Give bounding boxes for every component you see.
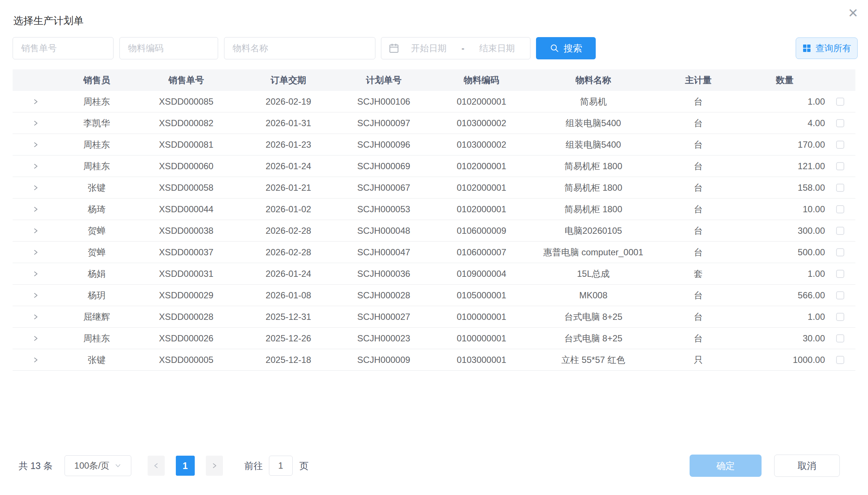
expand-row-icon[interactable] <box>32 271 39 277</box>
cell-material-code: 0102000001 <box>428 183 535 193</box>
cell-delivery-date: 2025-12-31 <box>238 312 339 322</box>
cell-salesperson: 张键 <box>59 354 135 366</box>
material-name-input[interactable] <box>224 37 375 59</box>
date-separator: - <box>461 43 464 53</box>
column-header-delivery-date: 订单交期 <box>238 74 339 86</box>
cell-plan-no: SCJH000023 <box>339 333 428 344</box>
expand-row-icon[interactable] <box>32 184 39 191</box>
table-row: 周桂东 XSDD000026 2025-12-26 SCJH000023 010… <box>13 328 855 349</box>
cell-plan-no: SCJH000096 <box>339 140 428 150</box>
row-checkbox[interactable] <box>836 270 844 278</box>
current-page-button[interactable]: 1 <box>176 456 195 476</box>
cell-material-name: 台式电脑 8+25 <box>535 311 652 323</box>
expand-row-icon[interactable] <box>32 206 39 213</box>
goto-page-input[interactable] <box>269 456 293 476</box>
cell-sales-order-no: XSDD000060 <box>135 161 238 171</box>
cell-unit: 台 <box>652 246 744 258</box>
cell-sales-order-no: XSDD000037 <box>135 247 238 258</box>
page-size-select[interactable]: 100条/页 <box>65 455 131 476</box>
table-row: 张键 XSDD000058 2026-01-21 SCJH000067 0102… <box>13 177 855 199</box>
cell-delivery-date: 2026-01-31 <box>238 118 339 128</box>
row-checkbox[interactable] <box>836 184 844 192</box>
close-icon[interactable]: ✕ <box>848 7 859 19</box>
cell-material-code: 0102000001 <box>428 96 535 107</box>
cell-material-name: 简易机柜 1800 <box>535 160 652 172</box>
cell-plan-no: SCJH000036 <box>339 269 428 279</box>
row-checkbox[interactable] <box>836 205 844 213</box>
cell-salesperson: 杨玥 <box>59 289 135 301</box>
cell-delivery-date: 2025-12-18 <box>238 355 339 365</box>
row-checkbox[interactable] <box>836 291 844 299</box>
row-checkbox[interactable] <box>836 141 844 149</box>
next-page-button[interactable] <box>206 456 223 476</box>
cell-sales-order-no: XSDD000044 <box>135 204 238 214</box>
cell-material-name: 台式电脑 8+25 <box>535 332 652 344</box>
cell-material-name: 简易机柜 1800 <box>535 182 652 194</box>
prev-page-button[interactable] <box>148 456 165 476</box>
row-checkbox[interactable] <box>836 98 844 106</box>
select-production-plan-dialog: 选择生产计划单 ✕ 开始日期 - 结束日期 <box>0 0 868 495</box>
cell-plan-no: SCJH000009 <box>339 355 428 365</box>
cell-delivery-date: 2026-02-28 <box>238 247 339 258</box>
total-count-label: 共 13 条 <box>19 460 53 472</box>
cell-salesperson: 杨琦 <box>59 203 135 215</box>
cell-plan-no: SCJH000097 <box>339 118 428 128</box>
expand-row-icon[interactable] <box>32 98 39 105</box>
column-header-unit: 主计量 <box>652 74 744 86</box>
search-button[interactable]: 搜索 <box>536 37 596 59</box>
material-code-input[interactable] <box>119 37 218 59</box>
cell-delivery-date: 2026-01-23 <box>238 140 339 150</box>
expand-row-icon[interactable] <box>32 357 39 363</box>
row-checkbox[interactable] <box>836 313 844 321</box>
sales-order-input[interactable] <box>13 37 114 59</box>
query-all-button[interactable]: 查询所有 <box>796 37 858 59</box>
cell-unit: 台 <box>652 225 744 237</box>
cell-delivery-date: 2026-01-21 <box>238 183 339 193</box>
row-checkbox[interactable] <box>836 334 844 342</box>
expand-row-icon[interactable] <box>32 141 39 148</box>
row-checkbox[interactable] <box>836 356 844 364</box>
cell-salesperson: 贺蝉 <box>59 225 135 237</box>
cell-material-name: 简易机柜 1800 <box>535 203 652 215</box>
row-checkbox[interactable] <box>836 119 844 127</box>
cell-sales-order-no: XSDD000038 <box>135 226 238 236</box>
cell-unit: 台 <box>652 182 744 194</box>
cell-material-code: 0100000001 <box>428 333 535 344</box>
expand-row-icon[interactable] <box>32 249 39 256</box>
column-header-sales-order-no: 销售单号 <box>135 74 238 86</box>
expand-row-icon[interactable] <box>32 120 39 127</box>
cell-salesperson: 屈继辉 <box>59 311 135 323</box>
date-range-picker[interactable]: 开始日期 - 结束日期 <box>381 37 530 59</box>
cell-material-name: 简易机 <box>535 96 652 108</box>
confirm-button[interactable]: 确定 <box>690 455 762 477</box>
cell-unit: 台 <box>652 332 744 344</box>
expand-row-icon[interactable] <box>32 163 39 170</box>
column-header-salesperson: 销售员 <box>59 74 135 86</box>
expand-row-icon[interactable] <box>32 292 39 299</box>
filter-bar: 开始日期 - 结束日期 搜索 查询所有 <box>13 37 858 59</box>
expand-row-icon[interactable] <box>32 227 39 234</box>
cell-quantity: 170.00 <box>744 140 825 150</box>
row-checkbox[interactable] <box>836 162 844 170</box>
chevron-left-icon <box>153 462 160 469</box>
row-checkbox[interactable] <box>836 227 844 235</box>
row-checkbox[interactable] <box>836 248 844 256</box>
cell-quantity: 1000.00 <box>744 355 825 365</box>
cell-sales-order-no: XSDD000058 <box>135 183 238 193</box>
column-header-material-name: 物料名称 <box>535 74 652 86</box>
cell-unit: 只 <box>652 354 744 366</box>
cell-unit: 台 <box>652 139 744 151</box>
column-header-material-code: 物料编码 <box>428 74 535 86</box>
cell-salesperson: 杨娟 <box>59 268 135 280</box>
table-header-row: 销售员 销售单号 订单交期 计划单号 物料编码 物料名称 主计量 数量 <box>13 69 855 91</box>
expand-row-icon[interactable] <box>32 314 39 320</box>
expand-row-icon[interactable] <box>32 335 39 342</box>
cell-material-code: 0100000001 <box>428 312 535 322</box>
cell-sales-order-no: XSDD000005 <box>135 355 238 365</box>
cell-salesperson: 周桂东 <box>59 160 135 172</box>
cell-material-code: 0103000002 <box>428 140 535 150</box>
cell-salesperson: 李凯华 <box>59 117 135 129</box>
cell-plan-no: SCJH000048 <box>339 226 428 236</box>
cancel-button[interactable]: 取消 <box>774 455 840 477</box>
end-date-placeholder: 结束日期 <box>479 42 515 54</box>
